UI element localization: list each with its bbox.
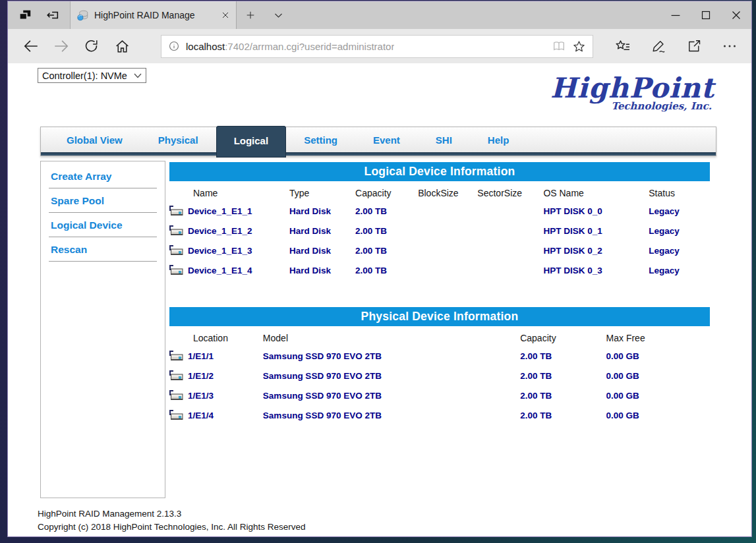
physical-device-row: 1/E1/4 Samsung SSD 970 EVO 2TB 2.00 TB 0… [169, 405, 710, 425]
device-blocksize [418, 241, 477, 260]
logical-device-row: Device_1_E1_1 Hard Disk 2.00 TB HPT DISK… [169, 201, 710, 221]
address-bar[interactable]: localhost:7402/arrman.cgi?userid=adminis… [161, 35, 593, 58]
device-blocksize [418, 260, 477, 280]
tab-close-icon[interactable] [221, 11, 229, 19]
sidebar-item[interactable]: Logical Device [49, 213, 157, 237]
sidebar-item[interactable]: Create Array [49, 164, 157, 188]
column-header: Name [169, 185, 289, 201]
device-name-link[interactable]: Device_1_E1_3 [169, 245, 289, 256]
browser-tab-strip: HighPoint RAID Manage [8, 1, 751, 29]
main-nav-tab[interactable]: Logical [216, 126, 287, 157]
physical-device-section: Physical Device Information Location Mod… [169, 307, 710, 425]
page-content: Controller(1): NVMe HighPoint Technologi… [8, 63, 751, 536]
device-status: Legacy [649, 241, 710, 260]
chevron-down-icon [134, 73, 142, 78]
device-capacity: 2.00 TB [520, 386, 606, 405]
ink-annotate-icon[interactable] [646, 34, 671, 59]
main-nav-tab[interactable]: Global View [49, 127, 140, 153]
drive-icon [169, 370, 183, 381]
url-path: :7402/arrman.cgi?userid=administrator [225, 41, 394, 52]
drive-icon [169, 410, 183, 420]
device-capacity: 2.00 TB [355, 260, 418, 280]
device-capacity: 2.00 TB [355, 201, 418, 221]
home-icon[interactable] [107, 33, 137, 59]
footer-version: HighPoint RAID Management 2.13.3 [38, 507, 305, 521]
device-model: Samsung SSD 970 EVO 2TB [263, 405, 520, 425]
close-button[interactable] [721, 1, 751, 29]
device-name-link[interactable]: Device_1_E1_1 [169, 206, 289, 216]
main-nav-tab[interactable]: SHI [418, 127, 470, 153]
device-name-link[interactable]: Device_1_E1_4 [169, 265, 289, 275]
sidebar-item[interactable]: Spare Pool [49, 188, 157, 213]
device-location-link[interactable]: 1/E1/1 [169, 351, 263, 361]
reading-view-icon[interactable] [552, 39, 566, 53]
device-location-link[interactable]: 1/E1/2 [169, 370, 263, 381]
tab-list-chevron-icon[interactable] [264, 1, 292, 29]
sidebar-item[interactable]: Rescan [49, 237, 157, 262]
main-nav-tab-bar: Global View Physical Logical Setting Eve… [40, 127, 716, 156]
device-sectorsize [477, 260, 543, 280]
drive-icon [169, 245, 183, 256]
device-max-free: 0.00 GB [606, 405, 710, 425]
tabs-set-aside-icon[interactable] [45, 7, 61, 23]
device-os-name: HPT DISK 0_0 [543, 201, 649, 221]
browser-window: HighPoint RAID Manage [8, 1, 751, 536]
maximize-button[interactable] [691, 1, 721, 29]
column-header: Type [289, 185, 355, 201]
logical-device-row: Device_1_E1_2 Hard Disk 2.00 TB HPT DISK… [169, 221, 710, 241]
device-max-free: 0.00 GB [606, 386, 710, 405]
navbar-right-actions [610, 34, 742, 59]
url-host: localhost [186, 41, 225, 52]
device-type: Hard Disk [289, 241, 355, 260]
device-blocksize [418, 201, 477, 221]
device-type: Hard Disk [289, 260, 355, 280]
main-panel: Logical Device Information Name Type Cap… [169, 162, 710, 425]
new-tab-button[interactable] [237, 1, 264, 29]
forward-icon[interactable] [46, 33, 76, 59]
column-header: Capacity [520, 329, 606, 346]
physical-device-row: 1/E1/1 Samsung SSD 970 EVO 2TB 2.00 TB 0… [169, 346, 710, 366]
column-header: Max Free [606, 329, 710, 346]
device-location-link[interactable]: 1/E1/4 [169, 410, 263, 420]
drive-icon [169, 206, 183, 216]
device-sectorsize [477, 221, 543, 241]
device-capacity: 2.00 TB [355, 221, 418, 241]
site-info-icon[interactable] [168, 40, 180, 52]
physical-table-header-row: Location Model Capacity Max Free [169, 329, 710, 346]
device-model: Samsung SSD 970 EVO 2TB [263, 386, 520, 405]
device-model: Samsung SSD 970 EVO 2TB [263, 366, 520, 386]
browser-tab[interactable]: HighPoint RAID Manage [71, 1, 237, 29]
column-header: Status [649, 185, 710, 201]
main-nav-tab[interactable]: Help [470, 127, 527, 153]
physical-device-table: Location Model Capacity Max Free 1/E1/1 … [169, 329, 710, 425]
share-icon[interactable] [682, 34, 707, 59]
main-nav-tab[interactable]: Setting [286, 127, 355, 153]
highpoint-logo: HighPoint Technologies, Inc. [550, 74, 714, 112]
device-location-link[interactable]: 1/E1/3 [169, 390, 263, 401]
refresh-icon[interactable] [76, 33, 107, 59]
drive-icon [169, 225, 183, 236]
controller-select[interactable]: Controller(1): NVMe [38, 68, 146, 83]
device-status: Legacy [649, 260, 710, 280]
logical-device-row: Device_1_E1_4 Hard Disk 2.00 TB HPT DISK… [169, 260, 710, 280]
device-name-link[interactable]: Device_1_E1_2 [169, 225, 289, 236]
column-header: Model [263, 329, 520, 346]
device-model: Samsung SSD 970 EVO 2TB [263, 346, 520, 366]
tab-bar-underline [41, 152, 716, 156]
device-sectorsize [477, 201, 543, 221]
main-nav-tab[interactable]: Physical [140, 127, 216, 153]
add-favorite-star-icon[interactable] [572, 40, 586, 53]
tab-strip-left-actions [8, 1, 71, 29]
settings-ellipsis-icon[interactable] [717, 34, 742, 59]
main-nav-tabs: Global View Physical Logical Setting Eve… [41, 127, 716, 156]
main-nav-tab[interactable]: Event [355, 127, 418, 153]
device-type: Hard Disk [289, 201, 355, 221]
set-tabs-aside-icon[interactable] [17, 7, 33, 23]
tab-title: HighPoint RAID Manage [94, 10, 216, 20]
back-icon[interactable] [16, 33, 46, 59]
favorites-hub-icon[interactable] [610, 34, 635, 59]
logical-device-table: Name Type Capacity BlockSize SectorSize … [169, 185, 710, 280]
minimize-button[interactable] [660, 1, 691, 29]
device-status: Legacy [649, 201, 710, 221]
desktop-background: HighPoint RAID Manage [0, 0, 756, 543]
